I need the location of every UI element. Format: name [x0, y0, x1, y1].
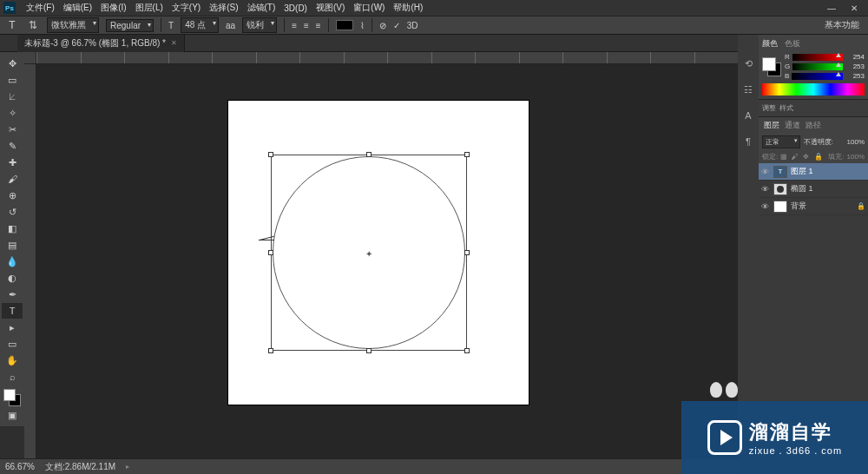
stamp-tool[interactable]: ⊕	[2, 188, 23, 203]
document-canvas[interactable]: ✦	[228, 101, 529, 405]
handle-sw[interactable]	[268, 348, 273, 353]
pen-tool[interactable]: ✒	[2, 286, 23, 302]
menu-edit[interactable]: 编辑(E)	[60, 2, 95, 14]
menu-window[interactable]: 窗口(W)	[350, 2, 388, 14]
lock-all-icon[interactable]: 🔒	[814, 153, 823, 161]
marquee-tool[interactable]: ▭	[2, 72, 23, 88]
handle-e[interactable]	[464, 250, 470, 255]
align-right-icon[interactable]: ≡	[316, 21, 321, 30]
font-style-dropdown[interactable]: Regular	[106, 19, 154, 32]
layer-row[interactable]: 👁 背景 🔒	[759, 198, 868, 215]
handle-s[interactable]	[366, 348, 372, 353]
color-swatches[interactable]	[3, 389, 21, 406]
menu-help[interactable]: 帮助(H)	[390, 2, 426, 14]
color-spectrum[interactable]	[762, 83, 865, 95]
align-center-icon[interactable]: ≡	[304, 21, 309, 30]
ruler-vertical[interactable]	[24, 64, 36, 458]
zoom-readout[interactable]: 66.67%	[5, 462, 35, 471]
font-family-dropdown[interactable]: 微软雅黑	[47, 17, 99, 33]
align-left-icon[interactable]: ≡	[292, 21, 297, 30]
layer-thumb-ellipse[interactable]	[773, 183, 787, 195]
transform-bbox[interactable]: ✦	[271, 155, 467, 351]
layer-name[interactable]: 图层 1	[791, 166, 865, 177]
lock-pixels-icon[interactable]: 🖌	[792, 153, 800, 161]
zoom-tool[interactable]: ⌕	[2, 369, 23, 385]
threed-button[interactable]: 3D	[407, 21, 418, 30]
paragraph-panel-icon[interactable]: ¶	[740, 134, 756, 149]
g-slider[interactable]	[792, 63, 843, 70]
menu-type[interactable]: 文字(Y)	[168, 2, 204, 14]
b-value[interactable]: 253	[845, 72, 865, 80]
window-close[interactable]: ✕	[844, 2, 865, 14]
layer-thumb-bg[interactable]	[773, 201, 787, 213]
menu-3d[interactable]: 3D(D)	[280, 3, 311, 13]
brush-tool[interactable]: 🖌	[2, 171, 23, 187]
layer-row[interactable]: 👁 椭圆 1	[759, 181, 868, 198]
g-value[interactable]: 253	[845, 63, 865, 70]
visibility-toggle-icon[interactable]: 👁	[761, 168, 770, 176]
document-tab[interactable]: 未标题-3 @ 66.7% (椭圆 1, RGB/8) * ✕	[17, 35, 185, 52]
blur-tool[interactable]: 💧	[2, 253, 23, 269]
font-size-dropdown[interactable]: 48 点	[181, 17, 219, 33]
ruler-horizontal[interactable]	[36, 52, 738, 64]
menu-filter[interactable]: 滤镜(T)	[244, 2, 279, 14]
foreground-swatch[interactable]	[3, 389, 16, 401]
eraser-tool[interactable]: ◧	[2, 221, 23, 236]
tab-swatch[interactable]: 色板	[785, 38, 800, 49]
crop-tool[interactable]: ✂	[2, 122, 23, 137]
handle-se[interactable]	[464, 348, 470, 353]
visibility-toggle-icon[interactable]: 👁	[761, 202, 770, 211]
cancel-icon[interactable]: ⊘	[379, 21, 386, 30]
aa-dropdown[interactable]: 锐利	[242, 17, 277, 33]
r-value[interactable]: 254	[845, 53, 865, 61]
orientation-toggle[interactable]: ⇅	[26, 18, 40, 32]
ruler-origin[interactable]	[24, 52, 36, 64]
fill-value[interactable]: 100%	[847, 153, 865, 161]
warp-text-icon[interactable]: ⌇	[360, 21, 365, 30]
lasso-tool[interactable]: ⟀	[2, 89, 23, 104]
handle-n[interactable]	[366, 152, 372, 157]
handle-w[interactable]	[268, 250, 273, 255]
commit-icon[interactable]: ✓	[393, 21, 400, 30]
properties-panel-icon[interactable]: ☷	[740, 82, 756, 97]
panel-color-swatches[interactable]	[762, 57, 781, 76]
tab-adjust[interactable]: 调整	[762, 103, 776, 113]
magic-wand-tool[interactable]: ✧	[2, 105, 23, 121]
r-slider[interactable]	[792, 54, 843, 61]
tab-paths[interactable]: 路径	[806, 120, 821, 131]
tab-layers[interactable]: 图层	[764, 120, 779, 131]
tab-styles[interactable]: 样式	[779, 103, 793, 113]
handle-ne[interactable]	[464, 152, 470, 157]
b-slider[interactable]	[792, 73, 843, 80]
quickmask-toggle[interactable]: ▣	[2, 407, 23, 423]
blend-mode-dropdown[interactable]: 正常	[762, 135, 800, 148]
history-brush-tool[interactable]: ↺	[2, 204, 23, 220]
tab-color[interactable]: 颜色	[762, 38, 778, 49]
eyedropper-tool[interactable]: ✎	[2, 138, 23, 154]
shape-tool[interactable]: ▭	[2, 336, 23, 352]
healing-tool[interactable]: ✚	[2, 155, 23, 170]
tab-channels[interactable]: 通道	[785, 120, 800, 131]
character-panel-icon[interactable]: A	[740, 108, 756, 123]
handle-nw[interactable]	[268, 152, 273, 157]
menu-file[interactable]: 文件(F)	[23, 2, 58, 14]
tab-close-icon[interactable]: ✕	[171, 39, 177, 47]
opacity-value[interactable]: 100%	[837, 138, 865, 146]
text-color-swatch[interactable]	[336, 20, 353, 30]
status-flyout-icon[interactable]: ▸	[126, 463, 129, 471]
hand-tool[interactable]: ✋	[2, 352, 23, 368]
workspace-switcher[interactable]: 基本功能	[821, 19, 863, 31]
doc-info[interactable]: 文档:2.86M/2.11M	[45, 461, 115, 473]
dodge-tool[interactable]: ◐	[2, 270, 23, 286]
type-tool[interactable]: T	[2, 303, 23, 319]
gradient-tool[interactable]: ▤	[2, 237, 23, 253]
layer-row[interactable]: 👁 T 图层 1	[759, 163, 868, 181]
menu-select[interactable]: 选择(S)	[206, 2, 241, 14]
path-select-tool[interactable]: ▸	[2, 319, 23, 335]
layer-name[interactable]: 椭圆 1	[791, 183, 865, 194]
menu-view[interactable]: 视图(V)	[312, 2, 348, 14]
move-tool[interactable]: ✥	[2, 56, 23, 71]
menu-image[interactable]: 图像(I)	[97, 2, 129, 14]
panel-fg-swatch[interactable]	[762, 57, 776, 71]
history-panel-icon[interactable]: ⟲	[740, 56, 756, 71]
